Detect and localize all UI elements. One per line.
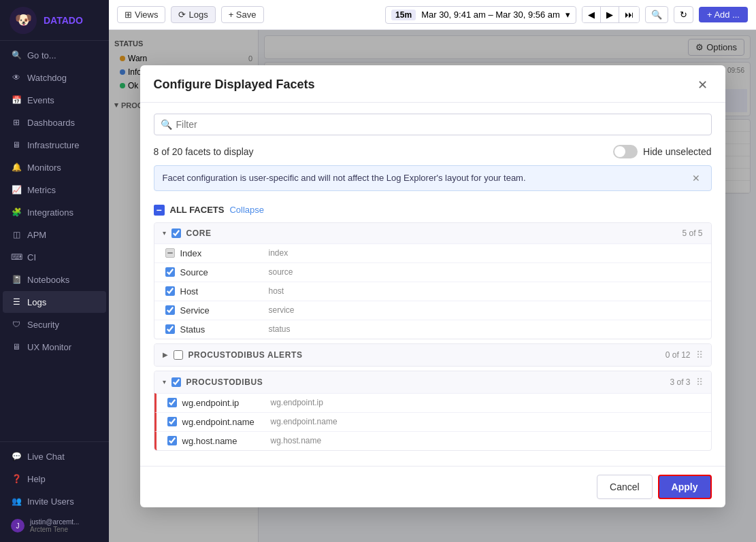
wg-host-name-key: wg.host.name: [271, 436, 322, 445]
sidebar-logs-label: Logs: [27, 297, 46, 307]
wg-ip-name: wg.endpoint.ip: [182, 398, 271, 408]
sidebar-events-label: Events: [27, 95, 54, 105]
sidebar-item-ux-monitor[interactable]: 🖥 UX Monitor: [3, 336, 106, 358]
proc-alerts-checkbox[interactable]: [174, 350, 183, 360]
all-facets-minus-button[interactable]: −: [154, 205, 165, 216]
monitors-icon: 🔔: [11, 162, 22, 173]
sidebar-monitors-label: Monitors: [27, 163, 61, 173]
sidebar-apm-label: APM: [27, 230, 46, 240]
sidebar-item-events[interactable]: 📅 Events: [3, 89, 106, 111]
logs-nav-icon: ⟳: [178, 10, 186, 20]
modal-close-button[interactable]: ✕: [693, 76, 712, 94]
time-range-selector[interactable]: 15m Mar 30, 9:41 am – Mar 30, 9:56 am ▾: [385, 6, 576, 24]
notebooks-icon: 📓: [11, 274, 22, 285]
proc-alerts-drag-handle[interactable]: ⠿: [696, 350, 703, 360]
filter-input[interactable]: [154, 114, 712, 135]
sidebar-item-goto[interactable]: 🔍 Go to...: [3, 44, 106, 66]
sidebar-security-label: Security: [27, 320, 59, 330]
sidebar-item-help[interactable]: ❓ Help: [3, 468, 106, 490]
facet-section-proc-header[interactable]: ▾ PROCUSTODIBUS 3 of 3 ⠿: [154, 371, 711, 393]
zoom-button[interactable]: 🔍: [645, 6, 668, 23]
sidebar-item-livechat[interactable]: 💬 Live Chat: [3, 445, 106, 467]
logs-button[interactable]: ⟳ Logs: [171, 6, 215, 23]
proc-alerts-section-right: 0 of 12 ⠿: [665, 350, 703, 360]
all-facets-row: − ALL FACETS Collapse: [154, 201, 712, 220]
modal-overlay[interactable]: Configure Displayed Facets ✕ 🔍 8 of 20 f…: [109, 30, 756, 542]
index-name: Index: [180, 248, 269, 258]
save-button[interactable]: + Save: [221, 6, 264, 23]
views-button[interactable]: ⊞ Views: [117, 6, 165, 23]
index-checkbox[interactable]: [165, 248, 175, 258]
help-icon: ❓: [11, 473, 22, 484]
collapse-link[interactable]: Collapse: [229, 205, 264, 215]
sidebar-item-security[interactable]: 🛡 Security: [3, 314, 106, 335]
nav-skip-btn[interactable]: ⏭: [619, 7, 639, 22]
sidebar-watchdog-label: Watchdog: [27, 73, 67, 83]
wg-ip-checkbox[interactable]: [167, 398, 177, 407]
facet-section-core-header[interactable]: ▾ CORE 5 of 5: [154, 223, 711, 243]
datadog-logo-icon: 🐶: [8, 5, 38, 35]
index-key: index: [269, 248, 289, 258]
facet-section-proc-alerts-header[interactable]: ▶ PROCUSTODIBUS ALERTS 0 of 12 ⠿: [154, 344, 711, 366]
service-checkbox[interactable]: [165, 305, 175, 315]
dashboards-icon: ⊞: [11, 117, 22, 128]
wg-endpoint-name-checkbox[interactable]: [167, 417, 177, 426]
filter-search-icon: 🔍: [161, 119, 172, 130]
facet-row-index: Index index: [154, 243, 711, 262]
sidebar-item-monitors[interactable]: 🔔 Monitors: [3, 156, 106, 178]
cancel-button[interactable]: Cancel: [597, 475, 653, 499]
save-label: + Save: [229, 10, 257, 20]
index-checkbox-inner: [167, 252, 173, 254]
source-checkbox[interactable]: [165, 267, 175, 277]
proc-section-name: PROCUSTODIBUS: [186, 377, 263, 387]
info-banner-text: Facet configuration is user-specific and…: [163, 173, 526, 183]
shield-icon: 🛡: [11, 319, 22, 330]
host-checkbox[interactable]: [165, 286, 175, 296]
proc-alerts-section-name: PROCUSTODIBUS ALERTS: [188, 350, 303, 360]
sidebar-item-metrics[interactable]: 📈 Metrics: [3, 179, 106, 201]
hide-unselected-label: Hide unselected: [643, 146, 711, 157]
nav-prev-btn[interactable]: ◀: [582, 7, 601, 22]
facet-section-core: ▾ CORE 5 of 5: [154, 222, 712, 339]
refresh-button[interactable]: ↻: [674, 6, 693, 23]
facet-count-text: 8 of 20 facets to display: [154, 146, 254, 157]
sidebar-item-ci[interactable]: ⌨ CI: [3, 246, 106, 268]
sidebar-logo: 🐶 Views DATADO: [0, 0, 109, 41]
proc-drag-handle[interactable]: ⠿: [696, 377, 703, 388]
sidebar-item-apm[interactable]: ◫ APM: [3, 224, 106, 245]
nav-play-btn[interactable]: ▶: [601, 7, 619, 22]
events-icon: 📅: [11, 95, 22, 105]
ux-monitor-icon: 🖥: [11, 341, 22, 352]
watchdog-icon: 👁: [11, 72, 22, 83]
proc-checkbox[interactable]: [171, 377, 181, 387]
proc-count: 3 of 3: [670, 377, 690, 387]
info-banner: Facet configuration is user-specific and…: [154, 165, 712, 191]
sidebar-infra-label: Infrastructure: [27, 140, 80, 150]
sidebar-item-notebooks[interactable]: 📓 Notebooks: [3, 269, 106, 290]
status-checkbox[interactable]: [165, 324, 175, 334]
sidebar-item-user[interactable]: J justin@arcemt... Arctem Tene: [3, 513, 106, 539]
sidebar-item-integrations[interactable]: 🧩 Integrations: [3, 201, 106, 223]
user-email-label: justin@arcemt...: [30, 518, 79, 526]
apply-button[interactable]: Apply: [658, 475, 712, 499]
info-banner-close-button[interactable]: ✕: [689, 173, 703, 184]
sidebar-item-infrastructure[interactable]: 🖥 Infrastructure: [3, 134, 106, 156]
sidebar-item-logs[interactable]: ☰ Logs: [3, 291, 106, 313]
user-name-label: Arctem Tene: [30, 526, 79, 533]
topbar: ⊞ Views ⟳ Logs + Save 15m Mar 30, 9:41 a…: [109, 0, 756, 30]
wg-host-name-checkbox[interactable]: [167, 436, 177, 445]
sidebar-item-watchdog[interactable]: 👁 Watchdog: [3, 67, 106, 88]
time-text: Mar 30, 9:41 am – Mar 30, 9:56 am: [421, 10, 560, 20]
chevron-down-icon: ▾: [565, 10, 570, 20]
facet-row-status: Status status: [154, 320, 711, 339]
sidebar-item-invite[interactable]: 👥 Invite Users: [3, 490, 106, 512]
hide-unselected-toggle[interactable]: [613, 145, 638, 158]
sidebar-ci-label: CI: [27, 252, 36, 262]
add-button[interactable]: + Add ...: [699, 7, 748, 22]
integrations-icon: 🧩: [11, 207, 22, 218]
all-facets-label: ALL FACETS: [170, 205, 225, 215]
views-label: Views: [135, 10, 158, 20]
sidebar-item-dashboards[interactable]: ⊞ Dashboards: [3, 112, 106, 133]
core-checkbox[interactable]: [171, 228, 181, 238]
add-label: + Add ...: [707, 10, 740, 20]
